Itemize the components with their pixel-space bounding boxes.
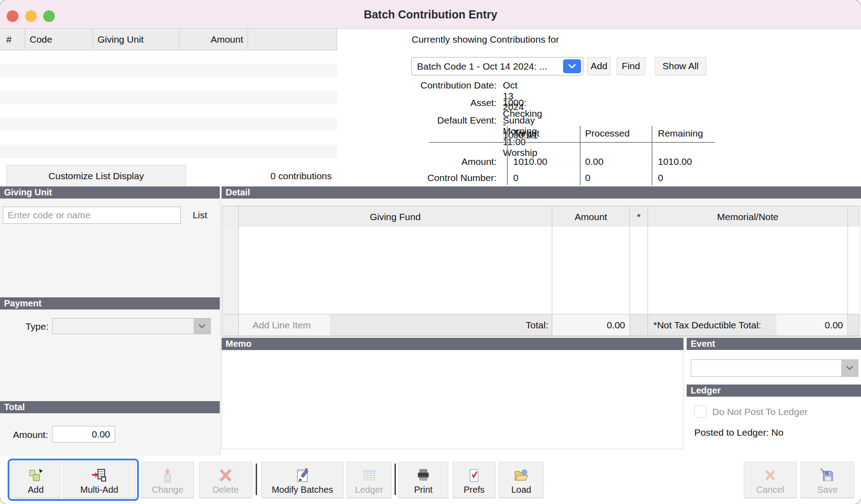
toolbar-save-button: Save <box>801 462 854 498</box>
toolbar-save-label: Save <box>817 485 838 495</box>
detail-amount-cell[interactable] <box>552 227 630 314</box>
contribution-list-body[interactable] <box>0 50 337 158</box>
not-tax-deductible-label: *Not Tax Deductible Total: <box>648 314 777 336</box>
zoom-window-button[interactable] <box>43 10 55 22</box>
toolbar-ledger-button: Ledger <box>346 462 392 498</box>
memo-section-bar: Memo <box>222 338 683 350</box>
printer-icon <box>415 468 431 483</box>
batch-select-dropdown[interactable]: Batch Code 1 - Oct 14 2024: ... <box>411 57 583 75</box>
contribution-date-label: Contribution Date: <box>382 80 497 91</box>
posted-to-ledger-text: Posted to Ledger: No <box>694 427 783 438</box>
detail-footer-end <box>848 314 859 336</box>
column-header-number[interactable]: # <box>0 29 25 50</box>
toolbar-multi-add-button[interactable]: Multi-Add <box>62 462 136 498</box>
toolbar-delete-label: Delete <box>213 485 239 495</box>
summary-control-label: Control Number: <box>382 172 497 183</box>
toolbar-modify-batches-button[interactable]: Modify Batches <box>261 462 344 498</box>
toolbar-separator <box>395 464 396 495</box>
minimize-window-button[interactable] <box>25 10 37 22</box>
add-line-item-button[interactable]: Add Line Item <box>239 314 330 336</box>
event-dropdown[interactable] <box>691 359 858 377</box>
chevron-down-icon <box>194 318 210 334</box>
toolbar-change-button: Change <box>141 462 194 498</box>
detail-col-giving-fund: Giving Fund <box>238 206 552 227</box>
detail-gutter-cell <box>222 227 238 314</box>
detail-body-row[interactable] <box>222 227 859 314</box>
summary-col-target: Target <box>513 128 539 139</box>
toolbar-cancel-label: Cancel <box>756 485 784 495</box>
detail-total-label: Total: <box>526 314 548 336</box>
detail-footer-fund: Add Line Item Total: <box>238 314 552 336</box>
giving-unit-section-bar: Giving Unit <box>0 186 220 199</box>
batch-find-button[interactable]: Find <box>617 57 645 75</box>
summary-control-target: 0 <box>513 172 519 183</box>
memo-textarea[interactable] <box>222 350 683 449</box>
detail-footer-gutter <box>222 314 238 336</box>
toolbar-prefs-label: Prefs <box>464 485 485 495</box>
change-list-icon <box>160 468 176 483</box>
folder-load-icon <box>513 468 529 483</box>
detail-col-star: * <box>630 206 648 227</box>
toolbar-print-button[interactable]: Print <box>398 462 448 498</box>
batch-contribution-entry-window: Batch Contribution Entry # Code Giving U… <box>0 0 861 504</box>
toolbar-change-label: Change <box>152 485 183 495</box>
contribution-count: 0 contributions <box>243 171 359 181</box>
giving-unit-list-button[interactable]: List <box>182 207 217 224</box>
toolbar-add-button[interactable]: Add <box>11 462 61 498</box>
titlebar: Batch Contribution Entry <box>0 0 861 29</box>
summary-col-processed: Processed <box>585 128 630 139</box>
summary-col-remaining: Remaining <box>658 128 703 139</box>
payment-type-label: Type: <box>0 321 49 332</box>
toolbar-delete-button: Delete <box>199 462 252 498</box>
customize-list-display-button[interactable]: Customize List Display <box>6 165 186 187</box>
detail-memorial-cell[interactable] <box>648 227 848 314</box>
column-header-amount[interactable]: Amount <box>179 29 248 50</box>
column-header-code[interactable]: Code <box>25 29 93 50</box>
column-header-giving-unit[interactable]: Giving Unit <box>93 29 179 50</box>
batch-select-value: Batch Code 1 - Oct 14 2024: ... <box>417 61 547 71</box>
summary-amount-label: Amount: <box>382 156 497 167</box>
save-floppy-icon <box>820 468 836 483</box>
summary-amount-remaining: 1010.00 <box>658 156 692 167</box>
window-title: Batch Contribution Entry <box>0 0 861 29</box>
total-amount-input[interactable] <box>52 426 115 442</box>
do-not-post-label: Do Not Post To Ledger <box>712 407 808 417</box>
detail-star-cell[interactable] <box>630 227 648 314</box>
summary-control-remaining: 0 <box>658 172 663 183</box>
currently-showing-label: Currently showing Contributions for <box>412 34 559 45</box>
do-not-post-checkbox[interactable] <box>694 405 707 418</box>
summary-header-rule <box>429 142 715 143</box>
page-check-icon <box>466 468 482 483</box>
summary-amount-target: 1010.00 <box>513 156 547 167</box>
batch-show-all-button[interactable]: Show All <box>655 57 706 75</box>
summary-vline-3 <box>652 126 652 185</box>
detail-gutter-header <box>222 206 238 227</box>
not-tax-deductible-value: 0.00 <box>777 314 848 336</box>
toolbar-separator <box>256 464 257 495</box>
toolbar-prefs-button[interactable]: Prefs <box>453 462 496 498</box>
default-event-label: Default Event: <box>382 115 497 126</box>
detail-col-memorial-note: Memorial/Note <box>648 206 848 227</box>
detail-footer-ntd: *Not Tax Deductible Total: 0.00 <box>648 314 848 336</box>
toolbar-ledger-label: Ledger <box>355 485 383 495</box>
detail-col-amount: Amount <box>552 206 630 227</box>
detail-col-end <box>848 206 859 227</box>
column-header-blank <box>248 29 337 50</box>
detail-giving-fund-cell[interactable] <box>238 227 552 314</box>
summary-vline-1 <box>507 126 508 185</box>
giving-unit-search-input[interactable] <box>3 207 181 224</box>
batch-add-button[interactable]: Add <box>587 57 611 75</box>
detail-end-cell <box>848 227 859 314</box>
detail-footer-star <box>630 314 648 336</box>
ledger-grid-icon <box>361 468 377 483</box>
total-amount-label: Amount: <box>0 429 48 440</box>
close-window-button[interactable] <box>7 10 18 22</box>
toolbar-modify-batches-label: Modify Batches <box>272 485 333 495</box>
total-section-bar: Total <box>0 401 220 413</box>
payment-type-dropdown[interactable] <box>52 318 211 334</box>
toolbar-cancel-button: Cancel <box>744 462 797 498</box>
toolbar-add-label: Add <box>28 485 44 495</box>
multi-add-list-icon <box>91 468 107 483</box>
delete-x-icon <box>217 468 234 483</box>
toolbar-load-button[interactable]: Load <box>499 462 544 498</box>
